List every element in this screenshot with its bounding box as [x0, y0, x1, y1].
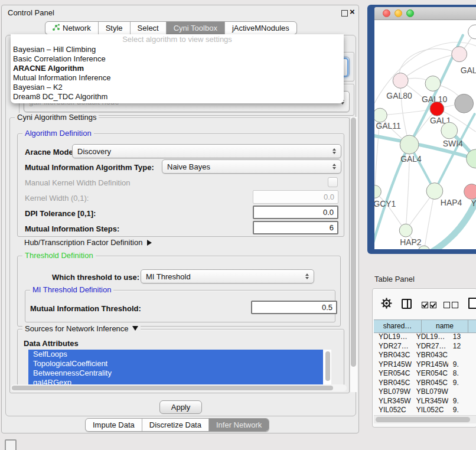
network-node-hap4[interactable]	[426, 183, 443, 200]
table-row[interactable]: YBL079WYBL079W	[374, 387, 476, 397]
column-header-shared[interactable]: shared…	[374, 319, 422, 333]
attribute-item-betweennesscentrality[interactable]: BetweennessCentrality	[28, 369, 323, 378]
network-node-label: GAL	[461, 66, 476, 75]
network-node-hap2[interactable]	[399, 224, 412, 237]
attribute-item-selfloops[interactable]: SelfLoops	[28, 350, 323, 359]
split-columns-icon[interactable]	[402, 299, 412, 309]
tab-style[interactable]: Style	[99, 22, 131, 34]
bottom-tabs: Impute DataDiscretize DataInfer Network	[85, 418, 269, 432]
aracne-mode-label: Aracne Mode:	[25, 148, 76, 156]
table-row[interactable]: YBR045CYBR045C9.	[374, 379, 476, 388]
kernel-width-field[interactable]: 0.0	[253, 190, 338, 204]
settings-horizontal-scrollbar-thumb[interactable]	[12, 386, 333, 390]
column-header-a[interactable]: A	[468, 319, 476, 333]
settings-vertical-scrollbar-track[interactable]	[350, 117, 357, 392]
network-node-gal1[interactable]	[430, 102, 444, 116]
network-node-gcy1[interactable]	[374, 185, 381, 198]
table-cell: YBL079W	[374, 387, 412, 397]
deselect-all-checkboxes-icon[interactable]	[444, 301, 460, 310]
table-row[interactable]: YDR27…YDR27…12	[374, 342, 476, 351]
settings-vertical-scrollbar-thumb[interactable]	[351, 118, 356, 367]
table-cell: YBR045C	[374, 379, 412, 388]
settings-horizontal-scrollbar-track[interactable]	[11, 384, 347, 392]
table-cell: YBR043C	[374, 351, 412, 360]
table-row[interactable]: YIL052CYIL052C9.	[374, 406, 476, 415]
settings-gear-icon[interactable]	[381, 298, 392, 311]
algorithm-option-bayesian-hill-climbing[interactable]: Bayesian – Hill Climbing	[11, 45, 344, 54]
data-attributes-list[interactable]: SelfLoopsTopologicalCoefficientBetweenne…	[28, 350, 331, 385]
manual-kernel-width-checkbox[interactable]	[328, 177, 338, 187]
which-threshold-combo[interactable]: MI Threshold	[141, 269, 314, 283]
mi-threshold-field[interactable]: 0.5	[251, 301, 337, 314]
table-horizontal-scrollbar-thumb[interactable]	[376, 417, 470, 422]
tab-infer-network[interactable]: Infer Network	[209, 419, 269, 431]
mi-steps-field[interactable]: 6	[253, 221, 338, 234]
expand-right-icon	[147, 240, 152, 246]
network-node-gal11[interactable]	[374, 108, 387, 122]
table-row[interactable]: YBR043CYBR043C	[374, 351, 476, 360]
network-node-gal80[interactable]	[393, 73, 408, 89]
network-node-gal[interactable]	[452, 47, 467, 62]
algorithm-option-bayesian-k2[interactable]: Bayesian – K2	[11, 83, 344, 92]
network-node-label: HAP2	[400, 237, 422, 247]
tab-network[interactable]: Network	[45, 22, 99, 34]
close-icon[interactable]: ×	[350, 6, 355, 17]
apply-button[interactable]: Apply	[159, 400, 202, 414]
tab-impute-data[interactable]: Impute Data	[86, 419, 142, 431]
table-header: shared…nameA	[374, 319, 476, 333]
algorithm-option-basic-correlation-inference[interactable]: Basic Correlation Inference	[11, 54, 344, 64]
table-cell	[448, 351, 476, 360]
network-node-swi4[interactable]	[441, 122, 458, 139]
minimized-panel-icon[interactable]	[5, 439, 17, 450]
table-row[interactable]: YDL19…YDL19…13	[374, 332, 476, 342]
hub-transcription-section[interactable]: Hub/Transcription Factor Definition	[24, 238, 152, 247]
table-cell: YER054C	[412, 369, 448, 379]
network-node[interactable]	[468, 25, 476, 39]
tab-label: Network	[63, 24, 91, 32]
select-all-checkboxes-icon[interactable]	[422, 301, 438, 310]
tab-label: Impute Data	[93, 420, 135, 429]
table-cell: 12	[448, 342, 476, 351]
algorithm-option-aracne-algorithm[interactable]: ARACNE Algorithm	[11, 64, 344, 73]
tab-jactivemnodules[interactable]: jActiveMNodules	[225, 22, 296, 34]
table-panel: Table Panel shared…nameA YDL19…YDL19…13Y…	[367, 265, 476, 437]
table-cell: YIL052C	[374, 406, 412, 415]
tab-select[interactable]: Select	[131, 22, 167, 34]
table-row[interactable]: YLR345WYLR345W9.	[374, 397, 476, 406]
close-traffic-light-icon[interactable]	[383, 9, 390, 17]
table-row[interactable]: YER054CYER054C8.	[374, 369, 476, 379]
network-node-label: GCY1	[374, 199, 396, 208]
new-table-icon[interactable]	[468, 298, 476, 309]
mi-algorithm-type-combo[interactable]: Naive Bayes	[162, 159, 341, 174]
table-row[interactable]: YPR145WYPR145W9.	[374, 360, 476, 370]
network-canvas[interactable]: GALGAL80GAL10GAL1GAL11SWI4GAL4GCY1HAP4YH…	[374, 20, 476, 249]
network-node-gal4[interactable]	[400, 135, 419, 154]
network-window-titlebar[interactable]	[374, 7, 476, 20]
network-edge[interactable]	[424, 191, 435, 249]
algorithm-option-mutual-information-inference[interactable]: Mutual Information Inference	[11, 73, 344, 83]
table-horizontal-scrollbar-track[interactable]	[374, 415, 476, 423]
dpi-tolerance-label: DPI Tolerance [0,1]:	[25, 209, 96, 218]
attribute-item-topologicalcoefficient[interactable]: TopologicalCoefficient	[28, 359, 323, 369]
network-node[interactable]	[455, 94, 474, 113]
attributes-list-scrollbar[interactable]	[325, 351, 330, 381]
cyni-toolbox-panel: Select algorithm to view settings galFil…	[5, 35, 356, 416]
algorithm-dropdown-popup: Select algorithm to view settings Bayesi…	[11, 34, 344, 103]
table-rows[interactable]: YDL19…YDL19…13YDR27…YDR27…12YBR043CYBR04…	[374, 332, 476, 416]
float-icon[interactable]	[341, 10, 348, 17]
network-canvas-svg[interactable]: GALGAL80GAL10GAL1GAL11SWI4GAL4GCY1HAP4YH…	[374, 20, 476, 249]
combo-arrows-icon	[332, 148, 336, 154]
aracne-mode-combo[interactable]: Discovery	[72, 144, 341, 158]
zoom-traffic-light-icon[interactable]	[406, 9, 414, 17]
algorithm-option-dream8-dc-tdc-algorithm[interactable]: Dream8 DC_TDC Algorithm	[11, 92, 344, 102]
dpi-tolerance-field[interactable]: 0.0	[253, 206, 338, 219]
network-node-gal10[interactable]	[425, 76, 441, 92]
tab-cyni-toolbox[interactable]: Cyni Toolbox	[167, 22, 225, 34]
tab-discretize-data[interactable]: Discretize Data	[142, 419, 209, 431]
tab-label: jActiveMNodules	[232, 24, 289, 32]
network-node-y[interactable]	[464, 184, 476, 200]
column-header-name[interactable]: name	[422, 319, 468, 333]
network-node[interactable]	[467, 149, 476, 168]
kernel-width-label: Kernel Width (0,1):	[25, 194, 89, 203]
minimize-traffic-light-icon[interactable]	[395, 9, 402, 17]
